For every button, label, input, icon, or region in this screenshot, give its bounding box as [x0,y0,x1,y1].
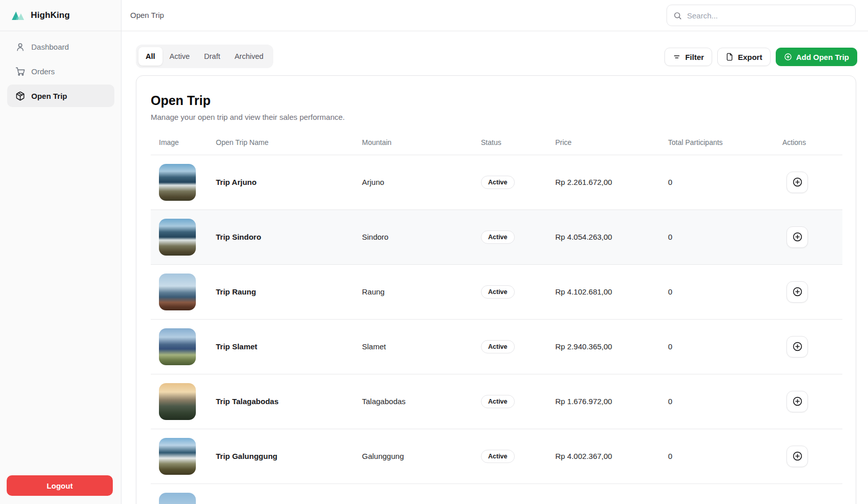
row-actions-button[interactable] [786,391,808,412]
table-row: Trip Slamet Slamet Active Rp 2.940.365,0… [151,319,842,374]
filter-label: Filter [685,53,704,61]
export-button[interactable]: Export [717,48,771,66]
trip-price: Rp 4.102.681,00 [547,264,660,319]
row-actions-button[interactable] [786,336,808,358]
export-label: Export [738,53,762,61]
row-actions-button[interactable] [786,226,808,248]
add-open-trip-label: Add Open Trip [796,53,849,61]
sidebar-item-label: Open Trip [31,92,67,100]
trip-participants: 0 [660,374,774,429]
trip-name: Trip Raung [216,287,256,296]
col-status: Status [473,130,547,155]
plus-circle-icon [792,451,803,461]
table-header-row: Image Open Trip Name Mountain Status Pri… [151,130,842,155]
trip-price: Rp 2.940.365,00 [547,319,660,374]
open-trip-card: Open Trip Manage your open trip and view… [136,75,856,504]
trip-mountain: Talagabodas [354,374,473,429]
tab-archived[interactable]: Archived [227,47,270,66]
plus-circle-icon [792,286,803,297]
tab-all[interactable]: All [138,47,163,66]
sidebar-nav: Dashboard Orders Open Trip [0,31,121,107]
trip-price: Rp 4.002.367,00 [547,429,660,484]
page-subtitle: Manage your open trip and view their sal… [151,113,841,121]
plus-circle-icon [792,396,803,407]
row-actions-button[interactable] [786,281,808,303]
row-actions-button[interactable] [786,172,808,193]
trip-mountain: Galunggung [354,429,473,484]
trip-mountain: Raung [354,264,473,319]
table-row: Trip Sindoro Sindoro Active Rp 4.054.263… [151,209,842,264]
user-icon [15,42,25,52]
tab-active[interactable]: Active [163,47,197,66]
trip-price: Rp 2.261.672,00 [547,155,660,209]
plus-circle-icon [792,177,803,187]
filter-icon [673,53,681,61]
sidebar-item-open-trip[interactable]: Open Trip [7,85,114,107]
filter-button[interactable]: Filter [664,48,712,66]
table-row [151,484,842,504]
col-price: Price [547,130,660,155]
col-name: Open Trip Name [208,130,354,155]
status-badge: Active [481,340,515,353]
tab-draft[interactable]: Draft [197,47,227,66]
trip-name: Trip Galunggung [216,452,277,460]
trip-mountain: Arjuno [354,155,473,209]
brand-name: HighKing [31,10,70,20]
col-image: Image [151,130,208,155]
sidebar: HighKing Dashboard Orders Open Trip Logo… [0,0,122,504]
search-icon [673,11,682,20]
plus-circle-icon [784,53,792,61]
table-row: Trip Arjuno Arjuno Active Rp 2.261.672,0… [151,155,842,209]
trip-image [159,164,196,201]
row-actions-button[interactable] [786,446,808,467]
table-row: Trip Talagabodas Talagabodas Active Rp 1… [151,374,842,429]
sidebar-item-orders[interactable]: Orders [7,60,114,82]
trip-image [159,274,196,310]
open-trip-table: Image Open Trip Name Mountain Status Pri… [151,130,842,504]
search-input[interactable] [687,11,849,20]
trip-price: Rp 1.676.972,00 [547,374,660,429]
status-badge: Active [481,285,515,299]
file-icon [725,53,734,61]
trip-name: Trip Arjuno [216,178,256,186]
col-mountain: Mountain [354,130,473,155]
trip-price: Rp 4.054.263,00 [547,209,660,264]
package-icon [15,91,25,101]
status-badge: Active [481,230,515,244]
status-tabs: All Active Draft Archived [136,45,273,68]
search-box[interactable] [667,5,856,26]
table-row: Trip Raung Raung Active Rp 4.102.681,00 … [151,264,842,319]
trip-name: Trip Talagabodas [216,397,278,406]
top-header: Open Trip [122,0,868,31]
trip-image [159,493,196,504]
sidebar-item-dashboard[interactable]: Dashboard [7,35,114,58]
plus-circle-icon [792,232,803,242]
logout-button[interactable]: Logout [7,475,113,496]
trip-image [159,438,196,475]
trip-participants: 0 [660,209,774,264]
col-actions: Actions [774,130,842,155]
brand: HighKing [0,0,121,31]
trip-image [159,328,196,365]
trip-mountain: Sindoro [354,209,473,264]
sidebar-item-label: Orders [31,67,55,76]
trip-image [159,219,196,256]
status-badge: Active [481,176,515,189]
highking-logo-icon [11,10,25,21]
toolbar-actions: Filter Export Add Open Trip [664,48,857,66]
trip-name: Trip Slamet [216,342,257,351]
trip-participants: 0 [660,429,774,484]
col-participants: Total Participants [660,130,774,155]
add-open-trip-button[interactable]: Add Open Trip [776,48,857,66]
trip-image [159,383,196,420]
status-badge: Active [481,395,515,408]
trip-participants: 0 [660,319,774,374]
table-row: Trip Galunggung Galunggung Active Rp 4.0… [151,429,842,484]
cart-icon [15,67,25,76]
plus-circle-icon [792,341,803,352]
page-title: Open Trip [151,93,841,108]
breadcrumb-title: Open Trip [130,11,164,19]
sidebar-item-label: Dashboard [31,43,69,51]
trip-name: Trip Sindoro [216,233,261,241]
trip-participants: 0 [660,155,774,209]
